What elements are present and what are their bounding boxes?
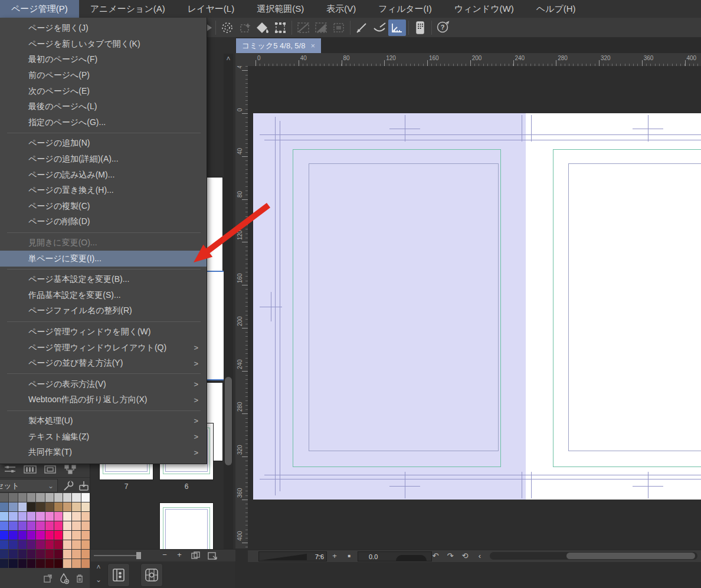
frame-border-icon[interactable] bbox=[271, 19, 289, 36]
rotate-value[interactable]: 0.0 bbox=[369, 553, 378, 560]
menubar-item-5[interactable]: フィルター(I) bbox=[367, 0, 443, 18]
color-swatch[interactable] bbox=[45, 559, 54, 568]
menu-item[interactable]: ページの並び替え方法(Y)> bbox=[0, 356, 207, 372]
screentone-icon[interactable] bbox=[330, 19, 348, 36]
reset-rotate-icon[interactable]: ⟲ bbox=[459, 551, 471, 561]
menu-item[interactable]: Webtoon作品の折り返し方向(X)> bbox=[0, 392, 207, 408]
color-swatch[interactable] bbox=[18, 493, 27, 502]
menu-item[interactable]: ページの削除(D) bbox=[0, 214, 207, 230]
color-swatch[interactable] bbox=[9, 550, 17, 559]
document-tab[interactable]: コミック5 4/8, 5/8 × bbox=[236, 38, 321, 53]
color-swatch[interactable] bbox=[36, 521, 44, 530]
color-swatch[interactable] bbox=[81, 502, 90, 511]
thumb-size-slider-thumb[interactable] bbox=[136, 552, 141, 559]
color-swatch[interactable] bbox=[81, 512, 90, 521]
color-swatch[interactable] bbox=[45, 540, 54, 549]
menu-item[interactable]: ページの追加(詳細)(A)... bbox=[0, 152, 207, 167]
snap-brush-icon[interactable] bbox=[371, 19, 388, 36]
color-swatch[interactable] bbox=[36, 550, 44, 559]
zoom-in-button[interactable]: + bbox=[329, 551, 340, 561]
snap-ruler-icon[interactable] bbox=[388, 19, 406, 36]
canvas-h-scrollbar[interactable] bbox=[490, 552, 697, 560]
menu-item[interactable]: 最初のページへ(F) bbox=[0, 52, 207, 68]
dock-scroll-down-icon[interactable]: ⌄ bbox=[94, 577, 103, 583]
select-extra-icon[interactable] bbox=[236, 19, 254, 36]
menu-item[interactable]: ページの置き換え(H)... bbox=[0, 183, 207, 199]
menu-item[interactable]: ページの表示方法(V)> bbox=[0, 376, 207, 392]
color-swatch[interactable] bbox=[54, 512, 63, 521]
color-set-select[interactable]: セット ⌄ bbox=[0, 479, 58, 492]
color-swatch[interactable] bbox=[0, 521, 8, 530]
color-swatch[interactable] bbox=[54, 493, 63, 502]
gradient-icon[interactable] bbox=[312, 19, 330, 36]
color-swatch[interactable] bbox=[54, 502, 63, 511]
color-swatch[interactable] bbox=[72, 521, 80, 530]
color-swatch[interactable] bbox=[63, 540, 71, 549]
menubar-item-6[interactable]: ウィンドウ(W) bbox=[443, 0, 525, 18]
color-swatch[interactable] bbox=[54, 540, 63, 549]
color-swatch[interactable] bbox=[63, 559, 71, 568]
menu-item[interactable]: ページを開く(J) bbox=[0, 21, 207, 37]
color-swatch[interactable] bbox=[9, 493, 17, 502]
menubar-item-0[interactable]: ページ管理(P) bbox=[0, 0, 79, 18]
snap-line-icon[interactable] bbox=[353, 19, 371, 36]
color-swatch[interactable] bbox=[72, 540, 80, 549]
color-swatch[interactable] bbox=[27, 502, 35, 511]
color-swatch[interactable] bbox=[54, 521, 63, 530]
thumb-smaller-button[interactable]: − bbox=[159, 550, 171, 560]
companion-mode-icon[interactable] bbox=[411, 19, 429, 36]
color-swatch[interactable] bbox=[54, 531, 63, 540]
color-swatch[interactable] bbox=[81, 559, 90, 568]
color-swatch[interactable] bbox=[0, 550, 8, 559]
menu-item[interactable]: ページ基本設定を変更(B)... bbox=[0, 272, 207, 288]
color-swatch[interactable] bbox=[18, 540, 27, 549]
color-swatch[interactable] bbox=[72, 502, 80, 511]
collapse-statusbar-icon[interactable]: ‹ bbox=[474, 551, 486, 561]
menubar-item-7[interactable]: ヘルプ(H) bbox=[525, 0, 587, 18]
menu-item[interactable]: テキスト編集(Z)> bbox=[0, 429, 207, 445]
color-swatch[interactable] bbox=[27, 493, 35, 502]
color-swatch[interactable] bbox=[72, 559, 80, 568]
color-swatch[interactable] bbox=[9, 540, 17, 549]
menu-item[interactable]: 指定のページへ(G)... bbox=[0, 115, 207, 131]
import-set-icon[interactable] bbox=[78, 480, 90, 492]
color-swatch[interactable] bbox=[63, 550, 71, 559]
wrench-icon[interactable] bbox=[63, 480, 74, 492]
color-swatch[interactable] bbox=[9, 502, 17, 511]
page-thumbnail-sliver-selected[interactable] bbox=[206, 271, 225, 380]
color-swatch[interactable] bbox=[81, 521, 90, 530]
color-swatch[interactable] bbox=[0, 493, 8, 502]
rotate-right-icon[interactable]: ↷ bbox=[444, 551, 456, 561]
color-swatch[interactable] bbox=[81, 550, 90, 559]
color-swatch[interactable] bbox=[63, 512, 71, 521]
color-swatch[interactable] bbox=[45, 512, 54, 521]
menu-item[interactable]: ページ管理ウィンドウを開く(W) bbox=[0, 324, 207, 340]
pm-scroll-up-icon[interactable]: ˄ bbox=[224, 54, 233, 62]
color-swatch[interactable] bbox=[81, 531, 90, 540]
menubar-item-1[interactable]: アニメーション(A) bbox=[79, 0, 176, 18]
dock-scroll-up-icon[interactable]: ˄ bbox=[94, 564, 103, 570]
color-swatch[interactable] bbox=[0, 502, 8, 511]
color-swatch[interactable] bbox=[18, 531, 27, 540]
pm-scrollbar[interactable]: ˄ ⌄ bbox=[224, 54, 233, 556]
color-swatch[interactable] bbox=[36, 512, 44, 521]
color-swatch[interactable] bbox=[27, 550, 35, 559]
color-swatch[interactable] bbox=[18, 512, 27, 521]
color-swatch[interactable] bbox=[45, 521, 54, 530]
color-swatch[interactable] bbox=[27, 512, 35, 521]
tab-close-icon[interactable]: × bbox=[310, 41, 315, 50]
auto-select-icon[interactable] bbox=[218, 19, 236, 36]
straight-line-icon[interactable] bbox=[294, 19, 312, 36]
menubar-item-3[interactable]: 選択範囲(S) bbox=[245, 0, 315, 18]
color-swatch[interactable] bbox=[36, 559, 44, 568]
menu-item[interactable]: 共同作業(T)> bbox=[0, 445, 207, 461]
color-swatch[interactable] bbox=[45, 531, 54, 540]
color-swatch[interactable] bbox=[9, 512, 17, 521]
fill-bucket-icon[interactable] bbox=[254, 19, 271, 36]
canvas-area[interactable] bbox=[248, 66, 701, 548]
timeline-tab-icon[interactable] bbox=[24, 465, 37, 474]
page-manager-layout-button[interactable] bbox=[107, 563, 130, 587]
color-swatch[interactable] bbox=[63, 531, 71, 540]
page-thumbnail-sliver[interactable] bbox=[206, 178, 222, 284]
page-view-button[interactable] bbox=[140, 563, 163, 587]
